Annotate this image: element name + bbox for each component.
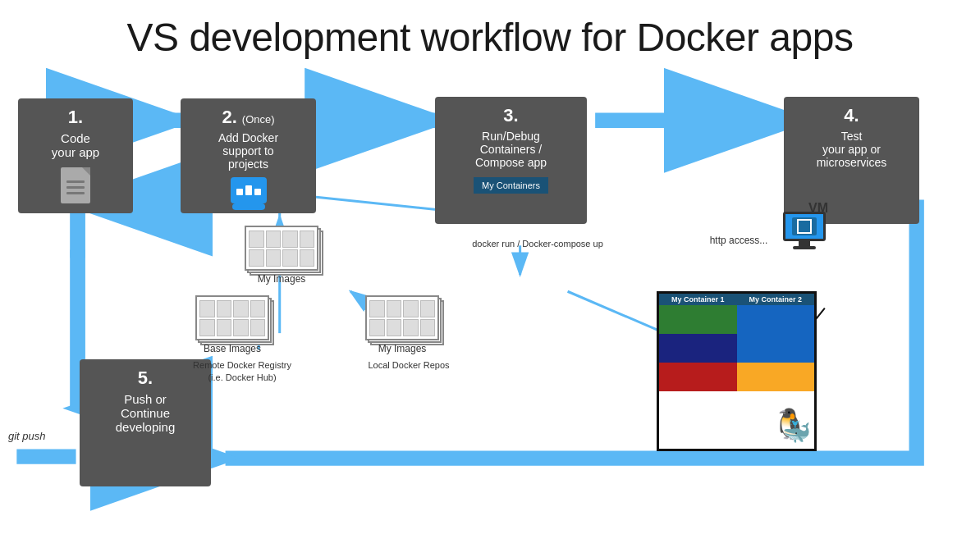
step1-number: 1. <box>68 107 83 128</box>
step2-box: 2. (Once) Add Docker support to projects <box>181 98 316 213</box>
step3-box: 3. Run/Debug Containers / Compose app My… <box>435 97 587 224</box>
remote-registry-label: Remote Docker Registry (i.e. Docker Hub) <box>193 359 291 385</box>
step1-label: Code your app <box>52 131 99 159</box>
my-images-top-stack: My Images <box>245 226 327 279</box>
my-images-bottom-label: My Images <box>365 343 439 354</box>
step1-box: 1. Code your app <box>18 98 133 213</box>
vm-monitor-icon <box>780 212 829 257</box>
container1-label: My Container 1 <box>659 294 737 305</box>
my-images-top-label: My Images <box>245 273 318 285</box>
base-images-stack: Base Images <box>195 295 277 349</box>
vm-box: My Container 1 My Container 2 🐧 🐳 <box>657 291 817 451</box>
docker-vm-icon: 🐳 <box>767 418 813 447</box>
step5-number: 5. <box>138 368 153 389</box>
step2-label: Add Docker support to projects <box>218 131 278 171</box>
cell-darkblue-1 <box>659 334 737 363</box>
cell-green-1 <box>659 305 737 334</box>
step5-label: Push or Continue developing <box>116 392 176 434</box>
http-access-label: http access... <box>706 234 772 248</box>
step3-number: 3. <box>503 105 518 126</box>
step3-label: Run/Debug Containers / Compose app <box>475 130 547 169</box>
step2-number: 2. <box>222 107 236 128</box>
document-icon <box>61 167 90 203</box>
page-title: VS development workflow for Docker apps <box>0 0 980 60</box>
base-images-label: Base Images <box>195 343 269 354</box>
step4-label: Test your app or microservices <box>817 130 887 169</box>
local-repos-label: Local Docker Repos <box>368 359 450 372</box>
docker-icon <box>231 177 267 203</box>
cell-blue-2 <box>737 334 815 363</box>
step2-extra: (Once) <box>242 113 275 126</box>
cell-blue-1 <box>737 305 815 334</box>
cell-yellow-1 <box>737 363 815 391</box>
container2-label: My Container 2 <box>737 294 815 305</box>
cell-red-1 <box>659 363 737 391</box>
docker-run-label: docker run / Docker-compose up <box>472 238 603 250</box>
my-images-bottom-stack: My Images <box>365 295 447 349</box>
step5-box: 5. Push or Continue developing <box>80 359 211 486</box>
step4-number: 4. <box>844 105 859 126</box>
step4-box: 4. Test your app or microservices <box>784 97 919 224</box>
git-push-label: git push <box>8 430 46 442</box>
my-containers-box: My Containers <box>472 176 550 195</box>
